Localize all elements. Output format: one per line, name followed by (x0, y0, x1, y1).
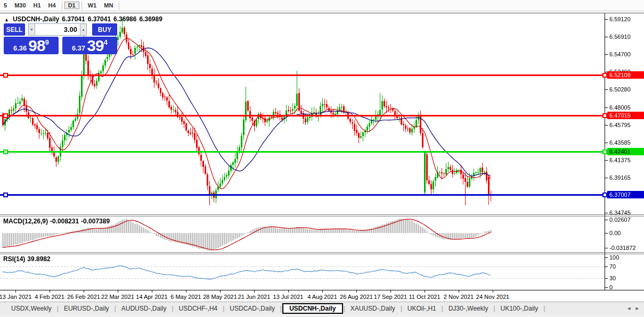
status-strip (0, 314, 644, 317)
volume-decrease-button[interactable]: ▼ (28, 23, 35, 36)
price-tick-label: 6.50280 (609, 86, 631, 93)
rsi-name: RSI(14) (3, 255, 25, 263)
hline-price-label: 6.47015 (607, 112, 644, 119)
macd-name: MACD(12,26,9) (3, 218, 48, 225)
date-tick-label: 26 Feb 2021 (65, 294, 102, 300)
chart-tab-usdcnh-daily[interactable]: USDCNH-,Daily (282, 303, 343, 314)
date-tick (459, 290, 459, 293)
ask-price-big: 39 (87, 38, 103, 54)
timeframe-button-h4[interactable]: H4 (45, 2, 60, 9)
axis-tick (605, 233, 608, 233)
quote-close: 6.36989 (139, 15, 162, 23)
ask-price-small: 6.37 (72, 44, 85, 52)
chart-tab-bar: USDX,Weekly|EURUSD-,Daily|AUDUSD-,Daily|… (0, 302, 644, 314)
price-axis[interactable]: 6.591206.569106.547006.524906.502806.480… (605, 13, 644, 290)
tab-separator: | (493, 305, 495, 312)
one-click-trading-panel: SELL ▼ 3.00 ▲ BUY 6.36989 6.37394 (4, 23, 117, 54)
axis-tick (605, 54, 608, 55)
hline-axis-marker[interactable] (602, 73, 607, 78)
date-tick (390, 290, 391, 293)
bid-price-small: 6.36 (13, 44, 27, 52)
date-axis[interactable]: 13 Jan 20214 Feb 202126 Feb 202122 Mar 2… (0, 290, 644, 302)
tab-separator: | (223, 305, 224, 312)
ask-price-panel[interactable]: 6.37394 (62, 37, 117, 54)
chart-tab-usdx-weekly[interactable]: USDX,Weekly (6, 304, 56, 313)
tabs-scroll-right-icon[interactable]: ▸ (635, 305, 639, 312)
quote-open: 6.37041 (62, 15, 85, 23)
timeframe-button-m30[interactable]: M30 (11, 2, 29, 9)
macd-label: MACD(12,26,9)-0.008231-0.007389 (3, 218, 112, 225)
date-tick (50, 290, 50, 293)
chevron-up-icon: ▲ (81, 28, 85, 31)
chart-tab-usdcad-daily[interactable]: USDCAD-,Daily (225, 304, 280, 313)
pane-splitter[interactable] (0, 252, 644, 254)
date-tick (254, 290, 255, 293)
tabs-scroll-left-icon[interactable]: ◂ (627, 305, 631, 312)
chart-tab-ukoil-h1[interactable]: UKOil-,H1 (403, 304, 441, 313)
axis-tick (605, 37, 608, 37)
axis-tick (605, 287, 608, 288)
tab-separator: | (442, 305, 443, 312)
hline-price-label: 6.52109 (607, 71, 644, 79)
chart-tab-usdchf-h4[interactable]: USDCHF-,H4 (174, 304, 223, 313)
hline-price-label: 6.37007 (607, 191, 644, 198)
price-tick-label: 6.56910 (609, 34, 631, 40)
timeframe-button-w1[interactable]: W1 (84, 2, 101, 9)
hline-axis-marker[interactable] (602, 113, 607, 118)
date-tick (15, 290, 16, 293)
macd-main-value: -0.008231 (50, 218, 79, 225)
price-tick-label: 6.43585 (609, 139, 631, 146)
price-tick-label: 30 (609, 275, 616, 281)
timeframe-button-5[interactable]: 5 (0, 2, 11, 9)
chart-tab-eurusd-daily[interactable]: EURUSD-,Daily (59, 304, 114, 313)
volume-input[interactable]: 3.00 (35, 23, 80, 36)
mt4-window: 5M30H1H4D1W1MN ▲USDCNH-,Daily6.370416.37… (0, 0, 644, 317)
quote-high: 6.37041 (88, 15, 111, 23)
price-tick-label: 6.41375 (609, 157, 631, 163)
chart-tab-audusd-daily[interactable]: AUDUSD-,Daily (117, 304, 172, 313)
date-tick-label: 11 Oct 2021 (406, 294, 443, 300)
rsi-label: RSI(14)39.8982 (3, 255, 53, 263)
date-tick (322, 290, 323, 293)
chart-tab-dj30-weekly[interactable]: DJ30-,Weekly (444, 304, 493, 313)
date-tick (84, 290, 84, 293)
volume-increase-button[interactable]: ▲ (80, 23, 87, 36)
timeframe-toolbar: 5M30H1H4D1W1MN (0, 0, 644, 11)
toolbar-separator (119, 2, 119, 10)
tab-separator: | (115, 305, 116, 312)
macd-signal-value: -0.007389 (81, 218, 110, 225)
date-tick (493, 290, 493, 293)
chart-tab-xauusd-daily[interactable]: XAUUSD-,Daily (346, 304, 400, 313)
pane-splitter[interactable] (0, 214, 644, 216)
hline-axis-marker[interactable] (602, 149, 607, 154)
axis-tick (605, 143, 608, 143)
quote-low: 6.36986 (113, 15, 136, 23)
date-tick-label: 14 Apr 2021 (133, 294, 170, 300)
rsi-indicator-canvas[interactable] (0, 254, 605, 290)
axis-tick (605, 248, 608, 248)
hline-price-label: 6.42401 (607, 148, 644, 155)
chart-tab-uk100-daily[interactable]: UK100-,Daily (496, 304, 543, 313)
ask-price-sup: 4 (104, 38, 108, 46)
price-tick-label: -0.031872 (609, 245, 636, 251)
chart-title: ▲USDCNH-,Daily6.370416.370416.369866.369… (4, 15, 165, 23)
axis-tick (605, 278, 608, 279)
price-tick-label: 0.00 (609, 230, 621, 236)
buy-button[interactable]: BUY (92, 23, 117, 36)
sell-button[interactable]: SELL (4, 23, 25, 36)
tab-separator: | (280, 305, 282, 312)
axis-tick (605, 19, 608, 20)
date-tick-label: 24 Nov 2021 (474, 294, 511, 300)
date-tick (220, 290, 221, 293)
timeframe-button-d1[interactable]: D1 (64, 2, 79, 9)
collapse-chart-icon[interactable]: ▲ (4, 17, 9, 22)
timeframe-button-h1[interactable]: H1 (30, 2, 45, 9)
bid-price-panel[interactable]: 6.36989 (4, 37, 59, 54)
date-tick-label: 6 May 2021 (167, 294, 205, 300)
hline-axis-marker[interactable] (602, 193, 607, 197)
date-tick-label: 4 Feb 2021 (31, 294, 68, 300)
price-tick-label: 6.59120 (609, 16, 631, 22)
timeframe-button-mn[interactable]: MN (100, 2, 117, 9)
tab-separator: | (57, 305, 59, 312)
tab-separator: | (401, 305, 402, 312)
